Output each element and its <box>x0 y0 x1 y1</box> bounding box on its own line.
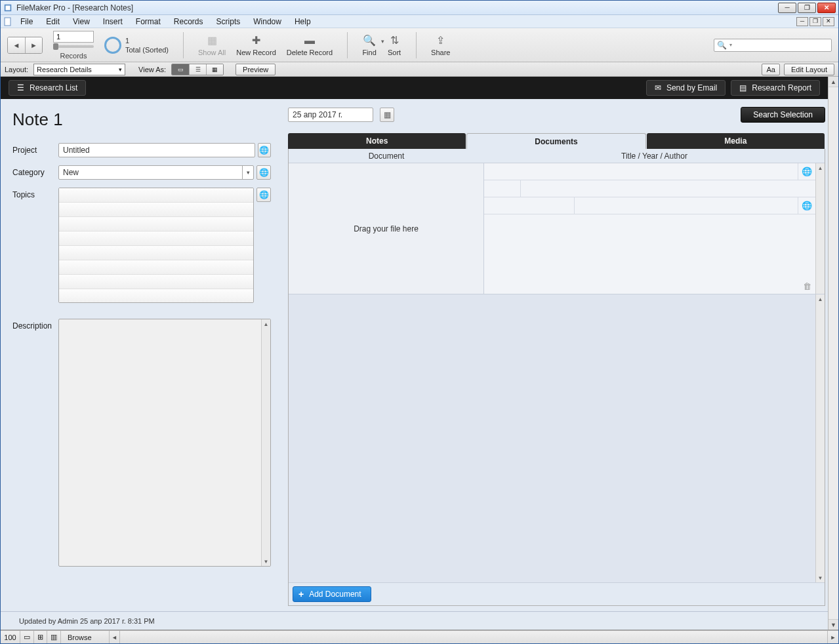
zoom-in-button[interactable]: ⊞ <box>34 631 47 643</box>
tab-notes[interactable]: Notes <box>288 133 466 149</box>
send-email-button[interactable]: ✉ Send by Email <box>646 80 726 96</box>
scroll-up-icon[interactable]: ▲ <box>816 294 825 304</box>
plus-icon: + <box>298 589 304 599</box>
menu-window[interactable]: Window <box>247 16 288 28</box>
hscroll-left-button[interactable]: ◄ <box>110 631 120 643</box>
view-table-button[interactable]: ▦ <box>206 64 223 75</box>
new-record-button[interactable]: ✚ New Record <box>236 34 276 56</box>
delete-document-button[interactable]: 🗑 <box>803 281 811 291</box>
topics-list[interactable] <box>58 188 254 303</box>
add-document-button[interactable]: + Add Document <box>293 586 371 602</box>
chevron-down-icon[interactable]: ▾ <box>242 165 254 180</box>
col-meta: Title / Year / Author <box>484 149 825 163</box>
project-globe-button[interactable]: 🌐 <box>258 143 271 157</box>
topic-row[interactable] <box>59 217 253 231</box>
details-pane: Note 1 Project 🌐 Category <box>1 99 283 611</box>
zoom-out-button[interactable]: ▭ <box>20 631 34 643</box>
tab-body: Document Title / Year / Author Drag your… <box>288 149 825 606</box>
menu-bar: File Edit View Insert Format Records Scr… <box>1 15 838 28</box>
topic-row[interactable] <box>59 275 253 289</box>
tab-documents[interactable]: Documents <box>466 133 645 149</box>
menu-help[interactable]: Help <box>288 16 317 28</box>
window-minimize-button[interactable]: ─ <box>778 3 796 13</box>
search-selection-button[interactable]: Search Selection <box>741 107 825 123</box>
layout-select[interactable]: Research Details▾ <box>33 64 125 75</box>
menu-file[interactable]: File <box>14 16 39 28</box>
scroll-down-icon[interactable]: ▼ <box>262 557 270 566</box>
search-dropdown-icon: ▾ <box>729 42 732 48</box>
content-scrollbar[interactable]: ▲ ▼ <box>828 77 838 630</box>
category-globe-button[interactable]: 🌐 <box>256 165 271 180</box>
new-record-icon: ✚ <box>249 34 264 47</box>
view-list-button[interactable]: ☰ <box>189 64 206 75</box>
aa-button[interactable]: Aa <box>762 64 779 75</box>
description-textarea[interactable]: ▲ ▼ <box>58 319 271 567</box>
doc-row-scrollbar[interactable]: ▲ <box>815 163 825 294</box>
updated-text: Updated by Admin 25 апр 2017 г. 8:31 PM <box>19 617 155 625</box>
view-as-label: View As: <box>138 66 166 73</box>
edit-layout-button[interactable]: Edit Layout <box>784 64 834 75</box>
scroll-up-icon[interactable]: ▲ <box>829 77 838 87</box>
window-maximize-button[interactable]: ❐ <box>798 3 816 13</box>
topic-row[interactable] <box>59 246 253 260</box>
toggle-status-button[interactable]: ▥ <box>47 631 61 643</box>
date-input[interactable]: 25 апр 2017 г. <box>288 108 373 122</box>
mdi-minimize-button[interactable]: ─ <box>796 17 808 26</box>
tab-media[interactable]: Media <box>647 133 825 149</box>
sort-button[interactable]: ⇅ Sort <box>387 34 401 56</box>
window-close-button[interactable]: ✕ <box>817 3 836 13</box>
category-label: Category <box>12 165 58 177</box>
scroll-up-icon[interactable]: ▲ <box>262 319 270 329</box>
hscroll-track[interactable] <box>120 631 828 643</box>
mode-label[interactable]: Browse <box>61 631 110 643</box>
record-slider[interactable] <box>53 45 94 48</box>
preview-button[interactable]: Preview <box>235 64 276 75</box>
mdi-restore-button[interactable]: ❐ <box>809 17 821 26</box>
menu-edit[interactable]: Edit <box>39 16 66 28</box>
menu-records[interactable]: Records <box>167 16 210 28</box>
mdi-close-button[interactable]: ✕ <box>823 17 834 26</box>
description-scrollbar[interactable]: ▲ ▼ <box>261 319 270 566</box>
share-button[interactable]: ⇪ Share <box>431 34 450 56</box>
title-globe-button[interactable]: 🌐 <box>798 163 815 180</box>
sort-icon: ⇅ <box>387 34 401 47</box>
show-all-icon: ▦ <box>205 34 219 47</box>
scroll-up-icon[interactable]: ▲ <box>816 163 825 172</box>
document-meta: 🌐 🌐 🗑 <box>484 163 815 294</box>
find-button[interactable]: 🔍 Find <box>362 34 377 56</box>
document-preview: ▲ ▼ <box>289 294 825 583</box>
topics-globe-button[interactable]: 🌐 <box>256 188 271 202</box>
topic-row[interactable] <box>59 289 253 303</box>
file-drop-zone[interactable]: Drag your file here <box>289 163 484 294</box>
menu-scripts[interactable]: Scripts <box>210 16 247 28</box>
author-globe-button[interactable]: 🌐 <box>798 197 815 214</box>
menu-insert[interactable]: Insert <box>96 16 129 28</box>
prev-record-button[interactable]: ◄ <box>8 37 25 53</box>
menu-format[interactable]: Format <box>129 16 167 28</box>
zoom-value[interactable]: 100 <box>1 631 20 643</box>
next-record-button[interactable]: ► <box>25 37 42 53</box>
quick-search-input[interactable]: 🔍 ▾ <box>714 39 832 52</box>
research-report-button[interactable]: ▤ Research Report <box>731 80 820 96</box>
topic-row[interactable] <box>59 231 253 246</box>
preview-scrollbar[interactable]: ▲ ▼ <box>815 294 825 582</box>
category-select[interactable] <box>58 165 254 180</box>
scroll-down-icon[interactable]: ▼ <box>829 619 838 630</box>
topic-row[interactable] <box>59 260 253 275</box>
show-all-button[interactable]: ▦ Show All <box>198 34 226 56</box>
calendar-button[interactable]: ▦ <box>380 108 394 122</box>
menu-view[interactable]: View <box>66 16 96 28</box>
topic-row[interactable] <box>59 188 253 203</box>
delete-record-button[interactable]: ▬ Delete Record <box>287 34 333 56</box>
record-number-input[interactable] <box>53 31 94 43</box>
scroll-down-icon[interactable]: ▼ <box>816 573 825 582</box>
toolbar: ◄ ► Records 1 Total (Sorted) ▦ Show All … <box>1 28 838 62</box>
note-title: Note 1 <box>12 110 271 130</box>
research-list-button[interactable]: ☰ Research List <box>9 80 86 96</box>
view-form-button[interactable]: ▭ <box>172 64 189 75</box>
hscroll-right-button[interactable]: ► <box>828 631 838 643</box>
topic-row[interactable] <box>59 203 253 217</box>
project-input[interactable] <box>58 143 255 157</box>
calendar-icon: ▦ <box>384 110 391 119</box>
record-count-label: Total (Sorted) <box>125 45 169 54</box>
